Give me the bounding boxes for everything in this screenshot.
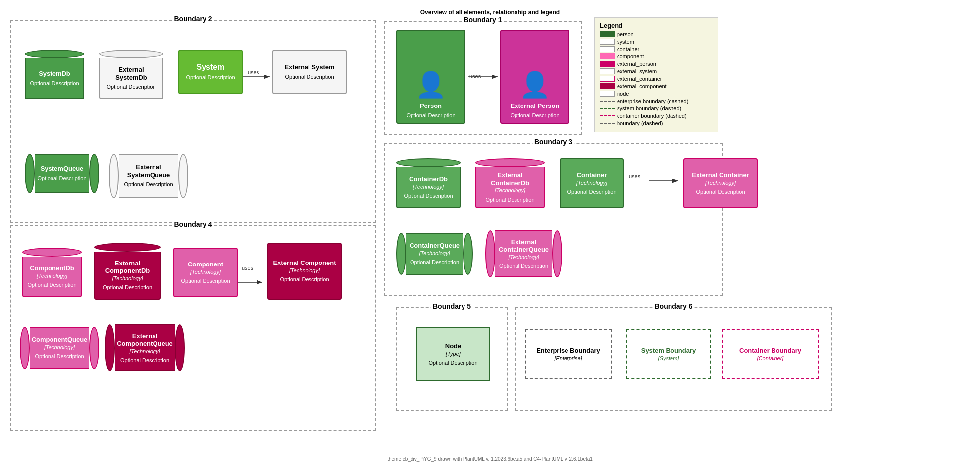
legend-ext-person: external_person [600,61,713,67]
ext-system-element: External System Optional Description [272,50,347,94]
boundary-6-label: Boundary 6 [652,302,694,310]
legend-system-label: system [617,39,634,45]
container-db-element: ContainerDb [Technology] Optional Descri… [396,158,461,208]
component-element: Component [Technology] Optional Descript… [173,248,238,297]
container-queue-title: ContainerQueue [410,242,460,250]
legend-container-dash [600,115,615,116]
ext-system-desc: Optional Description [285,73,334,80]
ext-systemdb-desc: Optional Description [106,83,155,90]
boundary-5-label: Boundary 5 [431,302,473,310]
legend-node-color [600,91,615,97]
system-title: System [197,62,225,72]
uses-label-4: uses [242,265,253,271]
legend-system: system [600,39,713,45]
legend-ext-person-color [600,61,615,67]
ext-component-title: External Component [273,259,336,267]
ext-systemdb-title: External SystemDb [102,66,160,81]
container-db-title: ContainerDb [409,175,448,183]
legend-person: person [600,31,713,37]
legend-node-label: node [617,91,629,97]
ext-container-queue-element: External ContainerQueue [Technology] Opt… [485,230,562,277]
ext-container-db-element: External ContainerDb [Technology] Option… [475,158,545,208]
ext-container-title: External Container [692,171,749,179]
legend-node: node [600,91,713,97]
ext-container-db-title: External ContainerDb [478,171,542,187]
person-element: 👤 Person Optional Description [396,30,465,124]
component-db-tech: [Technology] [37,272,67,279]
legend-component-label: component [617,53,644,59]
ext-container-tech: [Technology] [705,179,736,186]
legend-title: Legend [600,22,713,29]
ext-component-element: External Component [Technology] Optional… [267,243,342,300]
component-queue-tech: [Technology] [44,344,75,351]
ext-container-desc: Optional Description [696,188,745,195]
ext-container-db-desc: Optional Description [485,196,534,203]
legend-person-label: person [617,31,634,37]
systemdb-desc: Optional Description [30,80,79,87]
boundary-4-label: Boundary 4 [172,220,214,228]
component-queue-desc: Optional Description [35,353,84,360]
legend-component: component [600,53,713,59]
ext-component-db-tech: [Technology] [112,275,143,282]
ext-system-title: External System [284,63,334,71]
system-queue-desc: Optional Description [37,175,86,182]
ext-component-tech: [Technology] [289,267,320,274]
component-db-title: ComponentDb [30,264,74,272]
system-queue-body: SystemQueue Optional Description [35,154,89,193]
person-icon: 👤 [415,70,446,99]
legend-ext-system-color [600,68,615,74]
legend-ext-component: external_component [600,83,713,89]
legend-box: Legend person system container component… [594,17,718,132]
component-queue-title: ComponentQueue [32,336,88,344]
ext-person-element: 👤 External Person Optional Description [500,30,569,124]
container-queue-tech: [Technology] [419,250,450,257]
main-canvas: Overview of all elements, relationship a… [0,0,980,466]
ext-systemdb-body: External SystemDb Optional Description [99,58,163,99]
ext-system-queue-left [109,154,119,198]
footer-text: theme cb_div_PiYG_9 drawn with PlantUML … [387,456,593,462]
container-queue-right [463,233,473,275]
container-tech: [Technology] [576,179,607,186]
ext-component-queue-element: External ComponentQueue [Technology] Opt… [106,324,183,371]
container-queue-body: ContainerQueue [Technology] Optional Des… [406,233,463,275]
uses-label-2: uses [469,73,481,79]
ext-component-db-element: External ComponentDb [Technology] Option… [94,243,161,300]
node-element: Node [Type] Optional Description [416,327,490,381]
systemdb-element: SystemDb Optional Description [25,50,84,99]
ext-container-queue-right [552,230,562,277]
legend-system-label-2: system boundary (dashed) [617,106,681,111]
component-desc: Optional Description [181,277,230,284]
legend-ext-component-color [600,83,615,89]
legend-boundary: boundary (dashed) [600,120,713,126]
container-db-tech: [Technology] [413,183,444,190]
component-queue-left [20,327,30,369]
container-desc: Optional Description [567,188,616,195]
legend-ext-person-label: external_person [617,61,656,67]
uses-label-1: uses [248,69,259,75]
ext-component-queue-body: External ComponentQueue [Technology] Opt… [115,324,175,371]
legend-container-boundary: container boundary (dashed) [600,113,713,119]
node-desc: Optional Description [428,359,477,366]
container-boundary-title: Container Boundary [739,347,801,355]
legend-ext-container-label: external_container [617,76,662,82]
ext-component-db-body: External ComponentDb [Technology] Option… [94,252,161,300]
container-queue-desc: Optional Description [410,259,459,265]
person-title: Person [420,102,442,110]
system-desc: Optional Description [186,74,235,81]
ext-systemdb-element: External SystemDb Optional Description [99,50,163,99]
systemdb-top [25,50,84,58]
boundary-3-label: Boundary 3 [532,138,574,146]
ext-container-queue-left [485,230,495,277]
ext-system-queue-body: External SystemQueue Optional Descriptio… [119,154,178,198]
component-queue-element: ComponentQueue [Technology] Optional Des… [22,327,97,369]
ext-container-queue-tech: [Technology] [509,254,539,261]
legend-container-color [600,46,615,52]
system-queue-right [89,154,99,193]
ext-component-queue-desc: Optional Description [120,357,169,364]
system-boundary-sub: [System] [658,355,679,362]
legend-ext-system: external_system [600,68,713,74]
container-queue-left [396,233,406,275]
component-db-desc: Optional Description [27,281,76,288]
legend-container-label-2: container boundary (dashed) [617,113,687,119]
system-queue-title: SystemQueue [41,165,84,173]
